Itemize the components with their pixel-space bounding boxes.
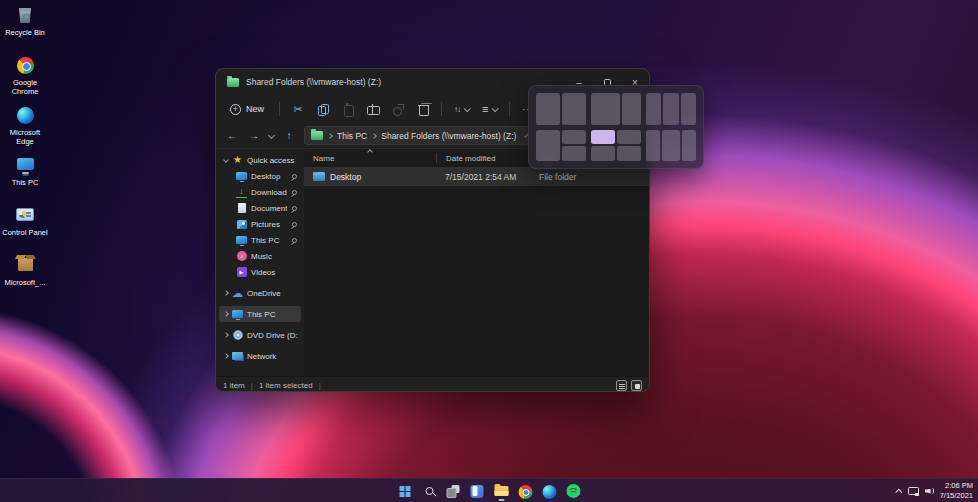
snap-zone[interactable] [617, 130, 641, 145]
edge-button[interactable] [539, 481, 560, 502]
chevron-down-icon [223, 157, 229, 163]
sidebar-item-network[interactable]: Network [219, 348, 301, 364]
snap-zone[interactable] [591, 146, 615, 161]
sidebar-item-this-pc-pinned[interactable]: This PC [219, 232, 301, 248]
snap-zone[interactable] [662, 130, 681, 162]
desktop-icon-label: This PC [12, 178, 39, 187]
sidebar-item-videos[interactable]: ▶ Videos [219, 264, 301, 280]
running-app-indicator [498, 499, 504, 501]
cut-button[interactable]: ✂ [287, 98, 309, 120]
windows-logo-icon [400, 486, 411, 497]
system-tray: 2:06 PM 7/15/2021 [897, 479, 973, 502]
desktop-icon-google-chrome[interactable]: Google Chrome [0, 54, 50, 104]
snap-zone[interactable] [681, 93, 696, 125]
dvd-disc-icon [232, 330, 243, 341]
large-icons-view-button[interactable] [631, 380, 642, 391]
chevron-right-icon [223, 353, 229, 359]
file-explorer-button[interactable] [491, 481, 512, 502]
forward-button[interactable]: → [247, 130, 261, 141]
details-view-button[interactable] [616, 380, 627, 391]
snap-zone[interactable] [562, 146, 586, 161]
file-date-cell: 7/15/2021 2:54 AM [436, 172, 530, 182]
clock[interactable]: 2:06 PM 7/15/2021 [940, 481, 973, 501]
snap-zone[interactable] [646, 93, 661, 125]
breadcrumb-shared-folders[interactable]: Shared Folders (\\vmware-host) (Z:) [381, 131, 516, 141]
control-panel-icon [15, 206, 35, 226]
paste-icon [342, 103, 355, 116]
rename-button[interactable] [362, 98, 384, 120]
trash-icon [417, 103, 430, 116]
hidden-icons-chevron[interactable] [895, 488, 902, 495]
back-button[interactable]: ← [225, 130, 239, 141]
monitor-icon [232, 309, 243, 320]
desktop-icon-microsoft-edge[interactable]: Microsoft Edge [0, 104, 50, 154]
snap-zone[interactable] [646, 130, 660, 162]
shared-folder-drive-icon [227, 78, 239, 87]
selection-count: 1 item selected [259, 381, 313, 390]
widgets-icon [471, 485, 484, 498]
column-header-date-modified[interactable]: Date modified [436, 153, 530, 163]
chevron-right-icon [371, 133, 377, 139]
copy-button[interactable] [312, 98, 334, 120]
network-icon[interactable] [908, 487, 919, 495]
new-button[interactable]: + New [226, 98, 272, 120]
status-bar: 1 item | 1 item selected | [216, 376, 649, 392]
sort-button[interactable]: ↑↓ [449, 98, 474, 120]
desktop-icon-recycle-bin[interactable]: Recycle Bin [0, 4, 50, 54]
sidebar-item-documents[interactable]: Documents [219, 200, 301, 216]
snap-zone[interactable] [622, 93, 641, 125]
breadcrumb[interactable]: This PC Shared Folders (\\vmware-host) (… [304, 126, 532, 145]
delete-button[interactable] [412, 98, 434, 120]
pin-icon [291, 221, 298, 228]
sidebar-item-quick-access[interactable]: ★ Quick access [219, 152, 301, 168]
snap-layout-quadrants[interactable] [591, 130, 641, 162]
music-icon: ♪ [236, 251, 247, 262]
snap-zone[interactable] [617, 146, 641, 161]
spotify-button[interactable] [563, 481, 584, 502]
sidebar-item-desktop[interactable]: Desktop [219, 168, 301, 184]
view-button[interactable]: ≡ [477, 98, 502, 120]
volume-icon[interactable] [925, 487, 934, 496]
sidebar-item-downloads[interactable]: ↓ Downloads [219, 184, 301, 200]
start-button[interactable] [395, 481, 416, 502]
snap-layout-wide-center[interactable] [646, 130, 696, 162]
snap-zone-highlighted[interactable] [591, 130, 615, 145]
onedrive-cloud-icon: ☁ [232, 288, 243, 299]
snap-zone[interactable] [562, 93, 586, 125]
snap-zone[interactable] [663, 93, 678, 125]
sidebar-item-dvd-drive[interactable]: DVD Drive (D:) 2200 [219, 327, 301, 343]
sidebar-item-music[interactable]: ♪ Music [219, 248, 301, 264]
copy-icon [317, 103, 330, 116]
task-view-button[interactable] [443, 481, 464, 502]
desktop-icon-control-panel[interactable]: Control Panel [0, 204, 50, 254]
up-button[interactable]: ↑ [282, 130, 296, 141]
edge-icon [542, 485, 556, 499]
snap-layout-wide-left[interactable] [591, 93, 641, 125]
breadcrumb-this-pc[interactable]: This PC [337, 131, 367, 141]
file-name: Desktop [330, 172, 361, 182]
file-explorer-icon [494, 486, 508, 496]
sidebar-item-onedrive[interactable]: ☁ OneDrive [219, 285, 301, 301]
chrome-button[interactable] [515, 481, 536, 502]
desktop-icon-label: Microsoft_... [5, 278, 46, 287]
search-button[interactable] [419, 481, 440, 502]
snap-zone[interactable] [562, 130, 586, 145]
snap-layout-left-plus-stack[interactable] [536, 130, 586, 162]
sidebar-item-this-pc[interactable]: This PC [219, 306, 301, 322]
snap-zone[interactable] [536, 130, 560, 162]
snap-layout-two-columns[interactable] [536, 93, 586, 125]
snap-zone[interactable] [536, 93, 560, 125]
desktop-icon-this-pc[interactable]: This PC [0, 154, 50, 204]
pin-icon [291, 189, 298, 196]
snap-layout-three-columns[interactable] [646, 93, 696, 125]
desktop-icon-microsoft-box[interactable]: Microsoft_... [0, 254, 50, 304]
file-row-desktop[interactable]: Desktop 7/15/2021 2:54 AM File folder [304, 167, 649, 186]
snap-zone[interactable] [682, 130, 696, 162]
recent-locations-button[interactable] [268, 132, 275, 139]
snap-zone[interactable] [591, 93, 620, 125]
widgets-button[interactable] [467, 481, 488, 502]
sort-icon: ↑↓ [454, 105, 460, 114]
sidebar-item-pictures[interactable]: Pictures [219, 216, 301, 232]
paste-button[interactable] [337, 98, 359, 120]
share-button[interactable] [387, 98, 409, 120]
